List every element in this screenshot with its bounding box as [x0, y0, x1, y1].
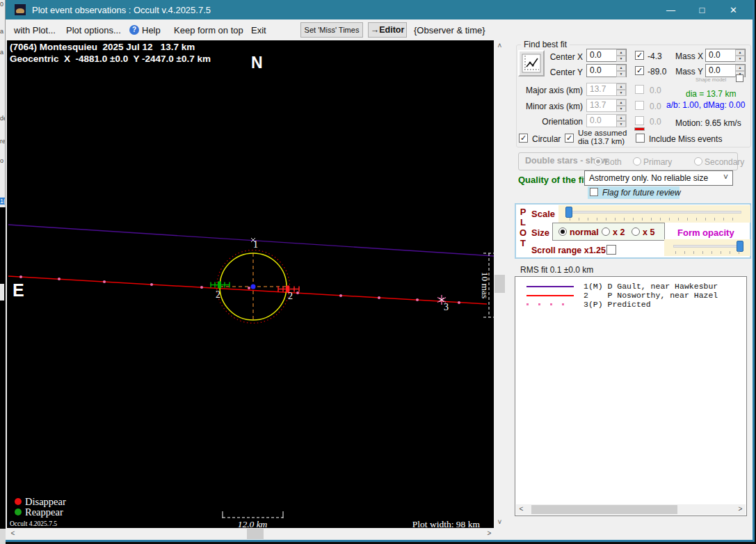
center-x-value[interactable]: 0.0: [587, 49, 616, 61]
reappear-marker: [211, 282, 230, 289]
orientation-uncertainty: 0.0: [650, 117, 661, 127]
menu-plot-options[interactable]: Plot options...: [66, 24, 121, 36]
menu-with-plot[interactable]: with Plot...: [14, 24, 56, 36]
chord-1-label: 1: [253, 239, 258, 250]
plot-horizontal-scrollbar[interactable]: ˂ ˃: [7, 528, 495, 540]
background-window-fragment-block: [0, 284, 4, 301]
background-window-sliver: 0 a a de re o 1(: [0, 0, 6, 544]
bg-fragment: o: [0, 157, 3, 164]
observation-row[interactable]: 3(P) Predicted: [515, 300, 746, 309]
bg-fragment: 0: [0, 1, 3, 8]
use-assumed-dia-checkbox[interactable]: ✓: [565, 134, 574, 143]
use-assumed-label-line1: Use assumed: [578, 129, 627, 137]
include-miss-label: Include Miss events: [649, 134, 722, 144]
flag-review-checkbox[interactable]: [590, 188, 598, 196]
bg-fragment: re: [0, 138, 6, 145]
plot-canvas: (7064) Montesquieu 2025 Jul 12 13.7 km G…: [7, 40, 494, 529]
scroll-left-icon[interactable]: ˂: [516, 504, 526, 515]
mass-x-label: Mass X: [670, 51, 703, 61]
horizontal-scroll-thumb[interactable]: [247, 529, 264, 539]
center-y-value[interactable]: 0.0: [587, 65, 616, 77]
check-icon: ✓: [636, 51, 643, 59]
size-x2-radio[interactable]: [602, 227, 610, 236]
set-miss-times-button[interactable]: Set 'Miss' Times: [300, 22, 363, 38]
center-x-spinner[interactable]: 0.0 ▲▼: [586, 49, 627, 62]
north-label: N: [251, 54, 263, 72]
plot-letter: O: [518, 227, 528, 238]
chord-1-line-sample: [515, 286, 584, 287]
form-opacity-slider[interactable]: [664, 239, 750, 256]
menu-keep-form-on-top[interactable]: Keep form on top: [174, 24, 243, 36]
editor-button[interactable]: →Editor: [368, 22, 407, 38]
quality-dropdown[interactable]: Astrometry only. No reliable size ˅: [584, 170, 733, 186]
spin-up-icon[interactable]: ▲: [616, 49, 626, 56]
chevron-down-icon[interactable]: ˅: [723, 173, 728, 182]
center-x-fit-checkbox[interactable]: ✓: [635, 51, 644, 60]
form-opacity-slider-track[interactable]: [673, 245, 741, 248]
observation-row[interactable]: 1(M) D Gault, near Hawkesbur: [515, 282, 746, 291]
center-y-spinner[interactable]: 0.0 ▲▼: [586, 64, 627, 77]
app-icon: [15, 4, 26, 15]
vertical-scroll-thumb[interactable]: [494, 275, 505, 293]
size-normal-radio[interactable]: [558, 227, 567, 236]
scroll-left-icon[interactable]: ˂: [7, 528, 19, 540]
orientation-fit-checkbox: [635, 116, 644, 125]
scroll-up-icon[interactable]: ˄: [494, 40, 506, 52]
circular-checkbox[interactable]: ✓: [519, 134, 528, 143]
spin-down-icon: ▼: [616, 121, 626, 127]
plot-vertical-scrollbar[interactable]: ˄ ˅: [494, 40, 506, 529]
scroll-right-icon[interactable]: ˃: [735, 504, 746, 515]
spin-up-icon[interactable]: ▲: [735, 65, 745, 71]
menu-bar: with Plot... Plot options... ? Help Keep…: [6, 19, 753, 40]
scroll-down-icon[interactable]: ˅: [494, 517, 506, 529]
plot-letter: T: [518, 238, 528, 248]
mass-x-spinner[interactable]: 0.0 ▲▼: [705, 49, 746, 62]
title-bar[interactable]: Plot event observations : Occult v.4.202…: [6, 0, 753, 19]
close-button[interactable]: ✕: [718, 0, 749, 19]
spin-up-icon: ▲: [616, 99, 626, 106]
chord-1-line: [8, 225, 494, 256]
shape-model-checkbox[interactable]: [736, 74, 743, 82]
spinner-arrows: ▲▼: [616, 115, 626, 127]
include-miss-checkbox[interactable]: [636, 134, 645, 143]
scroll-range-checkbox[interactable]: [606, 245, 616, 255]
mass-x-value[interactable]: 0.0: [706, 49, 735, 61]
find-best-fit-label: Find best fit: [521, 40, 570, 49]
minor-axis-fit-checkbox: [635, 101, 644, 110]
observation-text: 3(P) Predicted: [584, 300, 651, 309]
plot-letter: P: [518, 207, 528, 217]
spin-down-icon[interactable]: ▼: [616, 56, 626, 62]
spin-down-icon[interactable]: ▼: [616, 71, 626, 77]
listbox-scroll-thumb[interactable]: [531, 505, 677, 514]
quality-dropdown-value: Astrometry only. No reliable size: [589, 173, 708, 183]
plot-title-line1: (7064) Montesquieu 2025 Jul 12 13.7 km: [10, 42, 195, 52]
diameter-value: dia = 13.7 km: [686, 89, 736, 99]
mass-y-value[interactable]: 0.0: [706, 65, 735, 77]
spin-up-icon[interactable]: ▲: [735, 49, 745, 56]
size-x5-label: x 5: [643, 227, 654, 237]
bg-fragment: de: [0, 115, 6, 122]
check-icon: ✓: [566, 134, 572, 142]
size-x5-radio[interactable]: [632, 227, 640, 236]
form-opacity-slider-thumb[interactable]: [737, 241, 743, 252]
maximize-button[interactable]: □: [686, 0, 718, 19]
scroll-right-icon[interactable]: ˃: [483, 528, 495, 540]
scale-slider[interactable]: [558, 205, 750, 223]
major-axis-label: Major axis (km): [523, 86, 583, 95]
observations-listbox[interactable]: 1(M) D Gault, near Hawkesbur 2 P Noswort…: [515, 276, 747, 516]
spin-down-icon[interactable]: ▼: [735, 56, 745, 62]
listbox-horizontal-scrollbar[interactable]: ˂ ˃: [516, 504, 746, 515]
spin-down-icon: ▼: [616, 90, 626, 96]
scale-slider-track[interactable]: [568, 211, 741, 214]
menu-exit[interactable]: Exit: [251, 24, 266, 36]
minimize-button[interactable]: —: [655, 0, 686, 19]
minor-axis-uncertainty: 0.0: [650, 102, 661, 111]
bg-fragment-highlighted: 1(: [0, 198, 6, 205]
center-y-fit-checkbox[interactable]: ✓: [635, 66, 644, 75]
observation-row[interactable]: 2 P Nosworthy, near Hazel: [515, 291, 746, 300]
spin-up-icon[interactable]: ▲: [616, 65, 626, 71]
menu-help[interactable]: Help: [142, 24, 161, 36]
help-icon[interactable]: ?: [129, 25, 139, 35]
scroll-range-label: Scroll range x1.25: [531, 246, 606, 255]
scale-slider-thumb[interactable]: [565, 207, 572, 218]
